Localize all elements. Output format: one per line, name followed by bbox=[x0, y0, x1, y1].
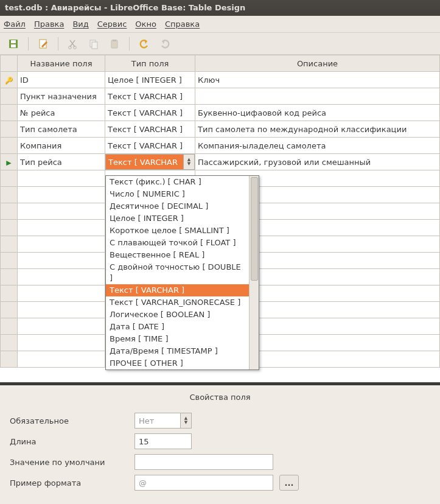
dropdown-scrollbar[interactable] bbox=[249, 176, 259, 369]
field-type-value: Текст [ VARCHAR bbox=[106, 155, 183, 169]
toolbar bbox=[0, 33, 440, 55]
save-icon bbox=[7, 38, 19, 50]
length-input[interactable] bbox=[134, 433, 192, 449]
field-name-cell[interactable]: Тип самолета bbox=[18, 121, 105, 138]
menu-edit[interactable]: Правка bbox=[34, 19, 64, 29]
format-input[interactable] bbox=[134, 475, 273, 491]
row-header[interactable] bbox=[1, 335, 18, 351]
svg-rect-7 bbox=[92, 42, 97, 49]
corner-cell bbox=[1, 55, 18, 72]
document-edit-icon bbox=[37, 38, 49, 50]
dropdown-item[interactable]: С плавающей точкой [ FLOAT ] bbox=[106, 237, 249, 249]
dropdown-item[interactable]: Текст [ VARCHAR_IGNORECASE ] bbox=[106, 296, 249, 309]
dropdown-item[interactable]: Короткое целое [ SMALLINT ] bbox=[106, 225, 249, 237]
row-header[interactable] bbox=[1, 203, 18, 220]
row-header[interactable] bbox=[1, 121, 18, 138]
field-name-cell[interactable]: № рейса bbox=[18, 105, 105, 121]
dropdown-item[interactable]: Время [ TIME ] bbox=[106, 333, 249, 345]
dropdown-item[interactable]: Вещественное [ REAL ] bbox=[106, 249, 249, 261]
current-row-icon: ▶ bbox=[6, 159, 11, 167]
format-dialog-button[interactable]: ... bbox=[279, 475, 299, 491]
save-button[interactable] bbox=[5, 35, 22, 52]
field-desc-cell[interactable] bbox=[195, 88, 440, 105]
field-type-cell[interactable]: Целое [ INTEGER ] bbox=[105, 72, 195, 88]
field-desc-cell[interactable]: Ключ bbox=[195, 72, 440, 88]
field-type-cell[interactable]: Текст [ VARCHAR ] bbox=[105, 88, 195, 105]
row-header[interactable] bbox=[1, 170, 18, 187]
table-row[interactable]: № рейсаТекст [ VARCHAR ]Буквенно-цифаово… bbox=[1, 105, 440, 121]
field-name-cell[interactable]: Пункт назначения bbox=[18, 88, 105, 105]
dropdown-item[interactable]: Текст [ VARCHAR ] bbox=[106, 284, 249, 296]
copy-icon bbox=[88, 38, 99, 49]
dropdown-item[interactable]: Логическое [ BOOLEAN ] bbox=[106, 309, 249, 321]
dropdown-item[interactable]: Дата [ DATE ] bbox=[106, 321, 249, 333]
spinner-icon[interactable]: ▲▼ bbox=[180, 413, 191, 428]
field-desc-cell[interactable]: Буквенно-цифаовой код рейса bbox=[195, 105, 440, 121]
table-row[interactable]: КомпанияТекст [ VARCHAR ]Компания-ыладел… bbox=[1, 138, 440, 154]
dropdown-item[interactable]: ПРОЧЕЕ [ OTHER ] bbox=[106, 357, 249, 369]
col-header-type[interactable]: Тип поля bbox=[105, 55, 195, 72]
field-type-cell[interactable]: Текст [ VARCHAR ] bbox=[105, 138, 195, 154]
row-header[interactable] bbox=[1, 351, 18, 368]
row-header[interactable] bbox=[1, 285, 18, 302]
undo-icon bbox=[138, 38, 150, 50]
col-header-name[interactable]: Название поля bbox=[18, 55, 105, 72]
table-design-grid: Название поля Тип поля Описание 🔑IDЦелое… bbox=[0, 55, 440, 385]
field-name-cell[interactable]: ID bbox=[18, 72, 105, 88]
row-header[interactable] bbox=[1, 138, 18, 154]
dropdown-item[interactable]: Текст (фикс.) [ CHAR ] bbox=[106, 176, 249, 188]
menu-window[interactable]: Окно bbox=[135, 19, 156, 29]
field-type-cell[interactable]: Текст [ VARCHAR ] bbox=[105, 121, 195, 138]
menu-file[interactable]: Файл bbox=[4, 19, 26, 29]
redo-icon bbox=[159, 38, 171, 50]
row-header[interactable] bbox=[1, 220, 18, 236]
row-header[interactable] bbox=[1, 302, 18, 318]
row-header[interactable] bbox=[1, 318, 18, 335]
table-row[interactable]: Тип самолетаТекст [ VARCHAR ]Тип самолет… bbox=[1, 121, 440, 138]
dropdown-item[interactable]: Целое [ INTEGER ] bbox=[106, 212, 249, 225]
length-label: Длина bbox=[10, 437, 128, 446]
menu-help[interactable]: Справка bbox=[165, 19, 200, 29]
edit-button[interactable] bbox=[35, 35, 52, 52]
spinner-icon[interactable]: ▲▼ bbox=[183, 155, 194, 169]
table-row[interactable]: Пункт назначенияТекст [ VARCHAR ] bbox=[1, 88, 440, 105]
window-title: test.odb : Авиарейсы - LibreOffice Base:… bbox=[0, 0, 440, 16]
row-header[interactable] bbox=[1, 88, 18, 105]
copy-button bbox=[85, 35, 102, 52]
row-header[interactable] bbox=[1, 269, 18, 285]
svg-rect-1 bbox=[11, 40, 16, 43]
row-header[interactable] bbox=[1, 105, 18, 121]
menu-view[interactable]: Вид bbox=[72, 19, 88, 29]
col-header-desc[interactable]: Описание bbox=[195, 55, 440, 72]
dropdown-item[interactable]: С двойной точностью [ DOUBLE ] bbox=[106, 261, 249, 284]
field-type-dropdown[interactable]: Текст (фикс.) [ CHAR ]Число [ NUMERIC ]Д… bbox=[105, 175, 259, 370]
field-name-cell[interactable]: Компания bbox=[18, 138, 105, 154]
field-desc-cell[interactable]: Компания-ыладелец самолета bbox=[195, 138, 440, 154]
field-desc-cell[interactable]: Пассажирский, грузовой или смешанный bbox=[195, 154, 440, 170]
row-header[interactable] bbox=[1, 253, 18, 269]
default-input[interactable] bbox=[134, 454, 273, 470]
field-name-cell[interactable]: Тип рейса bbox=[18, 154, 105, 170]
svg-rect-9 bbox=[113, 40, 116, 41]
row-header[interactable]: 🔑 bbox=[1, 72, 18, 88]
cut-button bbox=[65, 35, 82, 52]
field-desc-cell[interactable]: Тип самолета по международной классифика… bbox=[195, 121, 440, 138]
dropdown-item[interactable]: Дата/Время [ TIMESTAMP ] bbox=[106, 345, 249, 357]
undo-button[interactable] bbox=[136, 35, 153, 52]
dropdown-item[interactable]: Число [ NUMERIC ] bbox=[106, 188, 249, 200]
primary-key-icon: 🔑 bbox=[5, 77, 13, 85]
required-combo[interactable]: Нет ▲▼ bbox=[134, 413, 192, 429]
toolbar-separator bbox=[28, 37, 29, 51]
row-header[interactable]: ▶ bbox=[1, 154, 18, 170]
row-header[interactable] bbox=[1, 187, 18, 203]
scrollbar-thumb[interactable] bbox=[251, 177, 258, 281]
table-row[interactable]: ▶Тип рейсаТекст [ VARCHAR▲▼Пассажирский,… bbox=[1, 154, 440, 170]
dropdown-item[interactable]: Десятичное [ DECIMAL ] bbox=[106, 200, 249, 212]
table-row[interactable]: 🔑IDЦелое [ INTEGER ]Ключ bbox=[1, 72, 440, 88]
field-type-combo[interactable]: Текст [ VARCHAR▲▼ bbox=[105, 154, 195, 170]
field-type-cell[interactable]: Текст [ VARCHAR ] bbox=[105, 105, 195, 121]
row-header[interactable] bbox=[1, 236, 18, 253]
menubar: Файл Правка Вид Сервис Окно Справка bbox=[0, 16, 440, 33]
redo-button bbox=[156, 35, 173, 52]
menu-tools[interactable]: Сервис bbox=[97, 19, 127, 29]
